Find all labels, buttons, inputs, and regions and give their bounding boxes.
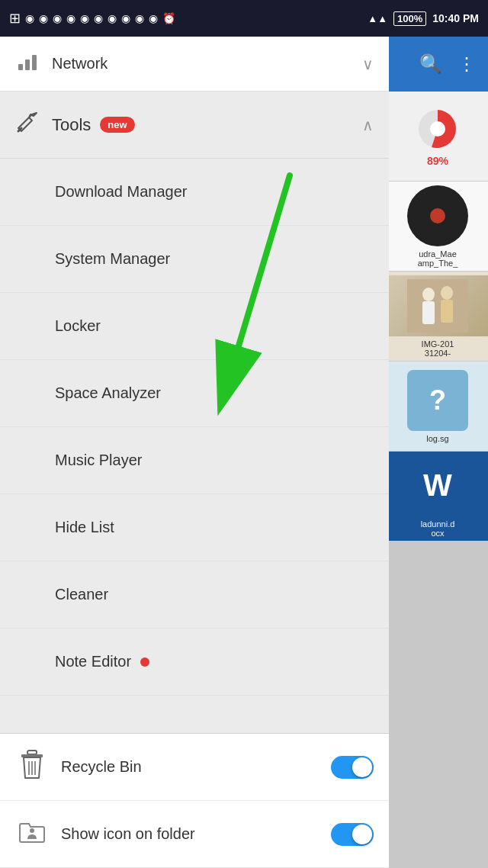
file-item-word[interactable]: W ladunni.docx bbox=[387, 452, 488, 542]
photo-svg bbox=[407, 279, 468, 333]
hide-list-label: Hide List bbox=[55, 519, 114, 536]
note-editor-label: Note Editor bbox=[55, 653, 131, 670]
tools-new-badge: new bbox=[100, 117, 134, 133]
system-manager-label: System Manager bbox=[55, 250, 170, 268]
menu-item-cleaner[interactable]: Cleaner bbox=[0, 561, 389, 628]
discord-icon-4: ◉ bbox=[66, 12, 75, 24]
recycle-bin-icon bbox=[15, 749, 49, 785]
cleaner-label: Cleaner bbox=[55, 586, 108, 603]
menu-item-note-editor[interactable]: Note Editor bbox=[0, 628, 389, 696]
discord-icon-8: ◉ bbox=[121, 12, 130, 24]
file-item-unknown[interactable]: ? log.sg bbox=[387, 362, 488, 452]
bottom-settings: Recycle Bin Show icon on folder bbox=[0, 733, 389, 868]
svg-rect-8 bbox=[25, 59, 30, 70]
app-icon-1: ⊞ bbox=[9, 10, 21, 27]
vinyl-icon bbox=[407, 185, 468, 246]
more-options-icon[interactable]: ⋮ bbox=[458, 53, 476, 75]
menu-item-download-manager[interactable]: Download Manager bbox=[0, 159, 389, 226]
status-icons: ⊞ ◉ ◉ ◉ ◉ ◉ ◉ ◉ ◉ ◉ ◉ ⏰ bbox=[9, 10, 175, 27]
discord-icon-5: ◉ bbox=[80, 12, 89, 24]
menu-item-space-analyzer[interactable]: Space Analyzer bbox=[0, 360, 389, 427]
photo-label: IMG-20131204- bbox=[419, 336, 458, 358]
tools-section-header[interactable]: Tools new ∧ bbox=[0, 92, 389, 159]
discord-icon-9: ◉ bbox=[135, 12, 144, 24]
discord-icon-2: ◉ bbox=[39, 12, 48, 24]
show-icon-folder-label: Show icon on folder bbox=[61, 825, 331, 843]
svg-point-5 bbox=[441, 286, 453, 300]
menu-item-locker[interactable]: Locker bbox=[0, 293, 389, 360]
network-section[interactable]: Network ∨ bbox=[0, 37, 389, 92]
svg-rect-6 bbox=[441, 300, 453, 323]
svg-rect-7 bbox=[18, 64, 23, 70]
discord-icon-1: ◉ bbox=[25, 12, 34, 24]
photo-thumbnail bbox=[387, 275, 488, 336]
locker-label: Locker bbox=[55, 317, 101, 335]
recycle-bin-item[interactable]: Recycle Bin bbox=[0, 734, 389, 801]
svg-rect-9 bbox=[32, 55, 37, 70]
menu-item-hide-list[interactable]: Hide List bbox=[0, 494, 389, 561]
tools-wrench-icon bbox=[15, 110, 40, 140]
file-item-pie[interactable]: 89% bbox=[387, 92, 488, 182]
discord-icon-6: ◉ bbox=[94, 12, 103, 24]
note-editor-dot bbox=[140, 657, 149, 667]
file-item-photo[interactable]: IMG-20131204- bbox=[387, 272, 488, 362]
tools-chevron-icon: ∧ bbox=[362, 116, 374, 134]
search-icon[interactable]: 🔍 bbox=[419, 53, 442, 75]
clock-icon: ⏰ bbox=[162, 12, 175, 24]
signal-icon: ▲▲ bbox=[368, 13, 387, 24]
word-label: ladunni.docx bbox=[418, 516, 458, 538]
svg-rect-2 bbox=[407, 279, 468, 333]
show-icon-folder-item[interactable]: Show icon on folder bbox=[0, 801, 389, 868]
tools-label: Tools bbox=[52, 115, 91, 135]
svg-point-1 bbox=[430, 121, 445, 137]
file-items-panel: 89% udra_Maeamp_The_ IMG-20131204- ? log… bbox=[387, 92, 488, 542]
discord-icon-3: ◉ bbox=[53, 12, 62, 24]
unknown-file-icon: ? bbox=[407, 370, 468, 431]
recycle-bin-label: Recycle Bin bbox=[61, 758, 331, 776]
network-label: Network bbox=[52, 55, 362, 72]
pie-chart-svg bbox=[415, 106, 461, 152]
drawer-panel: Network ∨ Tools new ∧ Download Manager S… bbox=[0, 37, 389, 868]
show-icon-folder-icon bbox=[15, 818, 49, 850]
menu-item-music-player[interactable]: Music Player bbox=[0, 427, 389, 494]
time-display: 10:40 PM bbox=[432, 12, 479, 24]
recycle-bin-toggle[interactable] bbox=[331, 756, 374, 779]
status-bar: ⊞ ◉ ◉ ◉ ◉ ◉ ◉ ◉ ◉ ◉ ◉ ⏰ ▲▲ 100% 10:40 PM bbox=[0, 0, 488, 37]
download-manager-label: Download Manager bbox=[55, 183, 187, 201]
vinyl-label: udra_Maeamp_The_ bbox=[415, 246, 461, 268]
show-icon-folder-toggle[interactable] bbox=[331, 823, 374, 846]
unknown-label: log.sg bbox=[423, 431, 451, 443]
svg-rect-4 bbox=[422, 301, 435, 324]
status-right: ▲▲ 100% 10:40 PM bbox=[368, 11, 479, 26]
menu-item-system-manager[interactable]: System Manager bbox=[0, 226, 389, 293]
discord-icon-7: ◉ bbox=[108, 12, 117, 24]
svg-rect-10 bbox=[27, 751, 37, 754]
battery-icon: 100% bbox=[393, 11, 426, 26]
tools-menu-list: Download Manager System Manager Locker S… bbox=[0, 159, 389, 733]
file-item-vinyl[interactable]: udra_Maeamp_The_ bbox=[387, 182, 488, 272]
svg-point-15 bbox=[30, 828, 34, 833]
space-analyzer-label: Space Analyzer bbox=[55, 384, 161, 402]
network-chevron-icon: ∨ bbox=[362, 55, 374, 73]
word-doc-icon: W bbox=[407, 455, 468, 516]
music-player-label: Music Player bbox=[55, 452, 142, 469]
discord-icon-10: ◉ bbox=[149, 12, 158, 24]
network-icon bbox=[15, 49, 40, 79]
pie-chart-label: 89% bbox=[424, 152, 451, 167]
svg-point-3 bbox=[422, 288, 435, 301]
